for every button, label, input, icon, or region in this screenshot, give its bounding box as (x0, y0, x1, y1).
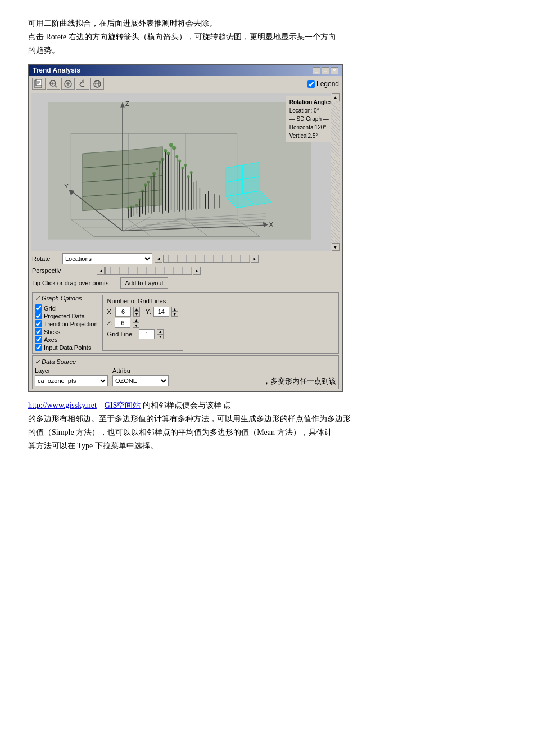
svg-point-82 (187, 175, 190, 178)
input-data-checkbox[interactable] (35, 344, 42, 351)
attrib-col-label: Attribu (112, 367, 169, 374)
link2[interactable]: GIS空间站 (105, 401, 141, 410)
scroll-up-btn[interactable]: ▲ (332, 93, 340, 101)
window-buttons: _ □ × (313, 67, 338, 74)
x-spin-down[interactable]: ▼ (133, 312, 140, 317)
window-body: Legend (29, 76, 342, 389)
minimize-button[interactable]: _ (313, 67, 320, 74)
z-spin-down[interactable]: ▼ (133, 323, 139, 328)
gridline-label: Grid Line (107, 331, 133, 338)
check-axes: Axes (35, 336, 98, 343)
link1[interactable]: http://www.gissky.net (28, 401, 97, 410)
x-label: X: (107, 308, 113, 315)
svg-point-86 (184, 164, 187, 166)
toolbar-btn-2[interactable] (47, 78, 60, 90)
hscroll-left-btn[interactable]: ◄ (155, 255, 162, 263)
gridline-spin-arrows: ▲ ▼ (157, 329, 164, 339)
scroll-track[interactable] (331, 101, 340, 243)
trend-projection-label: Trend on Projection (44, 321, 98, 327)
footer-suffix: 的相邻样点便会与该样 点 (143, 401, 232, 410)
scroll-down-btn[interactable]: ▼ (332, 243, 340, 251)
x-spin-arrows: ▲ ▼ (133, 307, 140, 317)
footer-line2: 的多边形有相邻边。至于多边形值的计算有多种方法，可以用生成多边形的样点值作为多边… (28, 412, 506, 426)
legend-checkbox[interactable] (307, 80, 315, 88)
graph-options-title: ✓ Graph Options (35, 295, 98, 302)
rotation-sd: — SD Graph — (289, 115, 332, 123)
svg-point-90 (178, 160, 181, 163)
x-spinbox-row: X: ▲ ▼ Y: ▲ ▼ (107, 307, 178, 317)
check-input-data-points: Input Data Points (35, 344, 98, 351)
perspectiv-right-btn[interactable]: ► (193, 267, 201, 274)
footer-line4: 算方法可以在 Type 下拉菜单中选择。 (28, 439, 506, 453)
svg-point-81 (181, 166, 184, 169)
svg-text:Y: Y (64, 183, 69, 190)
gridline-spinbox-row: Grid Line ▲ ▼ (107, 329, 178, 339)
data-source-row: Layer ca_ozone_pts Attribu OZONE (35, 367, 336, 386)
layer-dropdown: ca_ozone_pts (35, 375, 108, 386)
rotate-controls-row: Rotate Locations ◄ ► (29, 252, 342, 266)
rotation-info-box: Rotation Angles Location: 0° — SD Graph … (286, 96, 336, 142)
grid-checkbox[interactable] (35, 304, 42, 312)
z-label: Z: (107, 320, 113, 326)
grid-lines-group: Number of Grid Lines X: ▲ ▼ Y: ▲ ▼ (102, 295, 183, 351)
y-spin-down[interactable]: ▼ (171, 312, 178, 317)
perspectiv-hscroll: ◄ ► (97, 267, 201, 274)
intro-line3: 的趋势。 (28, 44, 506, 57)
rotate-hscroll: ◄ ► (155, 255, 259, 263)
toolbar-btn-3[interactable] (61, 78, 75, 90)
svg-point-89 (166, 152, 170, 155)
y-spin-up[interactable]: ▲ (171, 307, 178, 312)
attrib-column: Attribu OZONE (112, 367, 169, 386)
layer-select[interactable]: ca_ozone_pts (35, 375, 108, 386)
trend-analysis-window: Trend Analysis _ □ × (28, 64, 343, 392)
projected-data-label: Projected Data (44, 313, 85, 320)
hscroll-right-btn[interactable]: ► (251, 255, 259, 263)
z-spin-arrows: ▲ ▼ (133, 318, 139, 328)
z-spinbox[interactable] (115, 318, 130, 328)
inline-comment: ，多变形内任一点到该 (263, 376, 336, 386)
trend-projection-checkbox[interactable] (35, 320, 42, 327)
locations-dropdown[interactable]: Locations (62, 253, 152, 264)
toolbar-btn-1[interactable] (32, 78, 46, 90)
input-data-label: Input Data Points (44, 344, 91, 351)
svg-marker-99 (225, 165, 243, 183)
restore-button[interactable]: □ (322, 67, 329, 74)
y-spinbox[interactable] (153, 307, 169, 317)
sticks-checkbox[interactable] (35, 328, 42, 335)
attrib-dropdown: OZONE (112, 375, 169, 386)
x-spin-up[interactable]: ▲ (133, 307, 140, 312)
tip-row: Tip Click or drag over points Add to Lay… (29, 276, 342, 290)
svg-marker-107 (83, 151, 123, 168)
svg-text:Z: Z (125, 101, 129, 107)
footer-line3: 的值（Simple 方法），也可以以相邻样点的平均值为多边形的值（Mean 方法… (28, 426, 506, 439)
footer-text: http://www.gissky.net GIS空间站 的相邻样点便会与该样 … (28, 399, 506, 452)
attrib-select[interactable]: OZONE (112, 375, 169, 386)
perspectiv-left-btn[interactable]: ◄ (97, 267, 105, 274)
projected-data-checkbox[interactable] (35, 312, 42, 320)
gridline-spinbox[interactable] (139, 329, 155, 339)
y-spin-arrows: ▲ ▼ (171, 307, 178, 317)
svg-point-85 (172, 146, 176, 150)
close-button[interactable]: × (331, 67, 338, 74)
axes-checkbox[interactable] (35, 336, 42, 343)
intro-line2: 点击 Rotete 右边的方向旋转箭头（横向箭头），可旋转趋势图，更明显地显示某… (28, 30, 506, 44)
add-to-layout-button[interactable]: Add to Layout (120, 277, 169, 289)
toolbar-btn-5[interactable] (90, 78, 104, 90)
graph-options-checkboxes: ✓ Graph Options Grid Projected Data Tren… (35, 295, 98, 351)
toolbar-btn-4[interactable] (76, 78, 89, 90)
perspectiv-track[interactable] (105, 267, 192, 274)
gridline-spin-down[interactable]: ▼ (157, 334, 164, 339)
hscroll-track[interactable] (163, 255, 250, 263)
layer-col-label: Layer (35, 367, 108, 374)
perspectiv-label: Perspectiv (32, 267, 61, 274)
x-spinbox[interactable] (115, 307, 131, 317)
data-source-title: ✓ Data Source (35, 358, 336, 366)
gridline-spin-up[interactable]: ▲ (157, 329, 164, 334)
z-spin-up[interactable]: ▲ (133, 318, 139, 323)
svg-point-79 (169, 143, 173, 147)
svg-point-91 (190, 171, 193, 174)
svg-marker-100 (243, 163, 260, 180)
legend-checkbox-container: Legend (307, 80, 339, 88)
perspectiv-row: Perspectiv ◄ ► (29, 266, 342, 276)
rotation-location: Location: 0° (289, 106, 332, 115)
